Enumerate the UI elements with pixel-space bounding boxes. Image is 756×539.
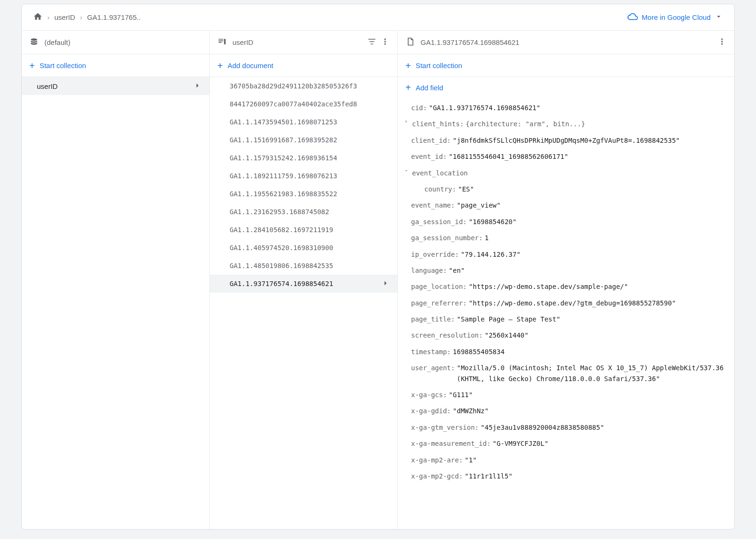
field-row[interactable]: page_title: Sample Page – Stape Test [398,311,734,327]
breadcrumb: › userID › GA1.1.9371765.. [33,12,141,23]
field-row[interactable]: x-ga-gcs: G111 [398,387,734,403]
field-key: screen_resolution: [411,330,483,340]
caret-right-icon[interactable] [403,119,410,124]
document-item[interactable]: GA1.1.1955621983.1698835522 [210,185,397,203]
breadcrumb-item[interactable]: userID [54,13,75,21]
field-row[interactable]: event_name: page_view [398,197,734,213]
plus-icon: + [29,61,35,70]
document-item[interactable]: GA1.1.1473594501.1698071253 [210,113,397,131]
database-column-header: (default) [22,31,209,54]
field-value: 1698854620 [469,217,516,227]
collection-title: userID [232,38,361,46]
field-value: https://wp-demo.stape.dev/?gtm_debug=169… [469,298,676,308]
field-row[interactable]: ga_session_id: 1698854620 [398,214,734,230]
start-collection-label: Start collection [416,61,462,70]
document-column-header: GA1.1.937176574.1698854621 [398,31,734,54]
add-document-button[interactable]: + Add document [210,54,397,77]
field-row[interactable]: x-ga-gdid: dMWZhNz [398,403,734,419]
field-value: GA1.1.937176574.1698854621 [429,103,541,113]
field-key: event_id: [411,151,447,162]
field-row[interactable]: client_id: j8nf6dmkSfSLlcQHsDPRkiMpUDgDM… [398,132,734,148]
document-item-label: GA1.1.1473594501.1698071253 [230,118,337,126]
field-row[interactable]: user_agent: Mozilla/5.0 (Macintosh; Inte… [398,360,734,387]
field-value: 1698855405834 [453,347,505,357]
document-item[interactable]: GA1.1.405974520.1698310900 [210,239,397,257]
start-collection-button[interactable]: + Start collection [398,54,734,77]
field-row[interactable]: x-ga-mp2-gcd: 11r1r1l1l5 [398,468,734,484]
caret-down-icon[interactable] [403,168,410,174]
document-item[interactable]: GA1.1.1892111759.1698076213 [210,167,397,185]
add-field-label: Add field [416,84,443,92]
document-item-label: GA1.1.937176574.1698854621 [230,280,333,287]
field-key: language: [411,265,447,276]
field-row[interactable]: ip_override: 79.144.126.37 [398,246,734,262]
field-key: ga_session_id: [411,217,467,227]
field-value: page_view [457,200,501,210]
field-row[interactable]: page_referrer: https://wp-demo.stape.dev… [398,295,734,311]
add-document-label: Add document [228,61,274,70]
document-item[interactable]: GA1.1.937176574.1698854621 [210,275,397,293]
breadcrumb-item[interactable]: GA1.1.9371765.. [87,13,140,21]
filter-icon[interactable] [367,37,377,48]
field-row[interactable]: client_hints: {architecture: "arm", bitn… [398,116,734,132]
more-vert-icon[interactable] [380,37,390,48]
field-value: G-VM9YCFJZ0L [493,438,549,449]
start-collection-button[interactable]: + Start collection [22,54,209,77]
more-in-google-cloud-link[interactable]: More in Google Cloud [627,11,723,23]
field-row[interactable]: x-ga-measurement_id: G-VM9YCFJZ0L [398,435,734,452]
cloud-icon [627,11,638,23]
field-row[interactable]: timestamp: 1698855405834 [398,344,734,360]
field-value: 1681155546041_16988562606171 [449,151,568,162]
document-icon [405,37,415,48]
field-value: dMWZhNz [453,406,489,416]
field-value: 79.144.126.37 [461,249,520,260]
field-value: 45je3au1v888920004z8838580885 [481,422,604,433]
field-value: 1 [465,455,477,465]
field-row[interactable]: page_location: https://wp-demo.stape.dev… [398,278,734,295]
field-row[interactable]: country: ES [398,181,734,197]
document-item[interactable]: 36705ba28d29d2491120b328505326f3 [210,77,397,95]
field-key: cid: [411,103,427,113]
field-row[interactable]: x-ga-gtm_version: 45je3au1v888920004z883… [398,419,734,435]
chevron-down-icon [714,12,723,22]
document-item[interactable]: GA1.1.284105682.1697211919 [210,221,397,239]
document-item[interactable]: GA1.1.485019806.1698842535 [210,257,397,275]
chevron-right-icon [193,81,202,91]
database-icon [29,37,39,48]
field-value: G111 [449,390,473,400]
chevron-right-icon [381,279,390,289]
field-key: ga_session_number: [411,233,483,243]
document-item[interactable]: GA1.1.1516991687.1698395282 [210,131,397,149]
home-icon[interactable] [33,12,43,23]
field-row[interactable]: event_id: 1681155546041_16988562606171 [398,148,734,165]
document-item-label: GA1.1.23162953.1688745082 [230,208,329,216]
field-key: country: [424,184,456,194]
breadcrumb-separator: › [47,13,50,21]
add-field-button[interactable]: + Add field [398,77,734,98]
document-item[interactable]: GA1.1.23162953.1688745082 [210,203,397,221]
field-key: x-ga-measurement_id: [411,438,491,449]
collection-column: userID + Add document 36705ba28d29d24911… [210,31,398,529]
plus-icon: + [405,61,411,70]
collections-list: userID [22,77,209,529]
document-item-label: 84417260097ca0077a40402ace35fed8 [230,100,357,108]
plus-icon: + [405,83,411,92]
document-item[interactable]: GA1.1.1579315242.1698936154 [210,149,397,167]
breadcrumb-separator: › [80,13,82,21]
field-key: client_id: [411,135,451,146]
field-value: en [449,265,465,276]
field-row[interactable]: ga_session_number: 1 [398,230,734,246]
document-item[interactable]: 84417260097ca0077a40402ace35fed8 [210,95,397,113]
field-row[interactable]: language: en [398,262,734,278]
more-vert-icon[interactable] [717,37,727,48]
fields-list: cid: GA1.1.937176574.1698854621client_hi… [398,98,734,529]
field-key: page_title: [411,314,455,324]
collection-item[interactable]: userID [22,77,209,95]
field-row[interactable]: cid: GA1.1.937176574.1698854621 [398,100,734,116]
field-row[interactable]: screen_resolution: 2560x1440 [398,327,734,343]
field-key: timestamp: [411,347,451,357]
field-row[interactable]: event_location [398,165,734,181]
field-row[interactable]: x-ga-mp2-are: 1 [398,452,734,468]
document-item-label: 36705ba28d29d2491120b328505326f3 [230,82,357,90]
collection-icon [217,37,227,48]
